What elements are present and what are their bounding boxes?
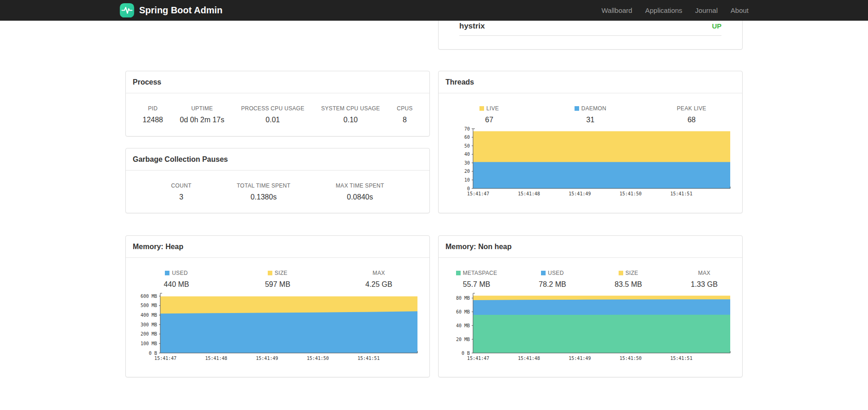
brand-title: Spring Boot Admin — [139, 5, 222, 16]
legend-label: USED — [126, 270, 227, 276]
legend-value: 67 — [439, 116, 540, 124]
svg-text:40: 40 — [464, 152, 470, 157]
svg-text:15:41:49: 15:41:49 — [256, 356, 278, 361]
legend-label-text: DAEMON — [581, 105, 606, 112]
content: hystrix UP Process PID 12488 UPTIME 0d 0… — [125, 0, 743, 410]
stat-pid: PID 12488 — [143, 105, 163, 124]
svg-text:200 MB: 200 MB — [141, 331, 157, 336]
svg-text:15:41:50: 15:41:50 — [620, 191, 642, 196]
svg-text:20: 20 — [464, 169, 470, 174]
legend-value: 440 MB — [126, 280, 227, 289]
stat-value: 3 — [171, 193, 192, 201]
legend-label: MAX — [666, 270, 742, 276]
legend-item-used: USED 440 MB — [126, 270, 227, 289]
svg-text:0 B: 0 B — [149, 351, 157, 356]
legend-label-text: USED — [172, 270, 188, 276]
gc-panel-body: COUNT 3 TOTAL TIME SPENT 0.1380s MAX TIM… — [126, 171, 429, 201]
gc-panel-title: Garbage Collection Pauses — [126, 148, 429, 171]
stat-process-cpu-usage: PROCESS CPU USAGE 0.01 — [241, 105, 304, 124]
legend-value: 83.5 MB — [591, 280, 666, 289]
legend-label-text: PEAK LIVE — [677, 105, 706, 112]
memory-nonheap-chart: 0 B20 MB40 MB60 MB80 MB15:41:4715:41:481… — [447, 291, 734, 361]
legend-label-text: MAX — [698, 270, 710, 276]
stat-value: 0.1380s — [237, 193, 290, 201]
legend-label: METASPACE — [439, 270, 514, 276]
legend-label: PEAK LIVE — [641, 105, 742, 112]
svg-text:15:41:49: 15:41:49 — [569, 356, 591, 361]
memory-nonheap-panel-body: METASPACE 55.7 MB USED 78.2 MB SIZE 83.5… — [439, 258, 742, 361]
metaspace-series-swatch-icon — [456, 271, 461, 275]
svg-text:15:41:50: 15:41:50 — [620, 356, 642, 361]
legend-item-size: SIZE 83.5 MB — [591, 270, 666, 289]
page: Spring Boot Admin Wallboard Applications… — [0, 0, 868, 410]
svg-text:500 MB: 500 MB — [141, 303, 157, 308]
memory-heap-chart: 0 B100 MB200 MB300 MB400 MB500 MB600 MB1… — [134, 291, 421, 361]
stat-label: MAX TIME SPENT — [336, 182, 384, 189]
nav-applications[interactable]: Applications — [645, 6, 682, 14]
memory-nonheap-panel: Memory: Non heap METASPACE 55.7 MB USED … — [438, 235, 743, 377]
stat-label: UPTIME — [180, 105, 225, 112]
legend-label: SIZE — [227, 270, 328, 276]
svg-text:60: 60 — [464, 135, 470, 140]
legend-item-max: MAX 4.25 GB — [328, 270, 429, 289]
navbar: Spring Boot Admin Wallboard Applications… — [0, 0, 868, 21]
legend-value: 78.2 MB — [514, 280, 590, 289]
svg-text:30: 30 — [464, 160, 470, 165]
used-series-swatch-icon — [541, 271, 546, 275]
stat-gc-max-time: MAX TIME SPENT 0.0840s — [336, 182, 384, 201]
process-panel-body: PID 12488 UPTIME 0d 0h 2m 17s PROCESS CP… — [126, 93, 429, 124]
svg-text:100 MB: 100 MB — [141, 341, 157, 346]
svg-text:600 MB: 600 MB — [141, 294, 157, 299]
health-status-badge: UP — [712, 22, 721, 30]
legend-value: 31 — [540, 116, 641, 124]
daemon-series-swatch-icon — [575, 106, 579, 111]
legend-item-size: SIZE 597 MB — [227, 270, 328, 289]
svg-text:15:41:48: 15:41:48 — [205, 356, 227, 361]
process-panel-title: Process — [126, 71, 429, 93]
svg-text:15:41:51: 15:41:51 — [671, 356, 693, 361]
memory-nonheap-panel-title: Memory: Non heap — [439, 236, 742, 258]
svg-text:15:41:49: 15:41:49 — [569, 191, 591, 196]
svg-text:15:41:47: 15:41:47 — [467, 356, 489, 361]
legend-label-text: MAX — [372, 270, 385, 276]
nav-wallboard[interactable]: Wallboard — [602, 6, 632, 14]
stat-label: SYSTEM CPU USAGE — [321, 105, 380, 112]
size-series-swatch-icon — [619, 271, 623, 275]
svg-text:300 MB: 300 MB — [141, 322, 157, 327]
legend-label-text: SIZE — [275, 270, 287, 276]
memory-heap-panel: Memory: Heap USED 440 MB SIZE 597 MB MAX… — [125, 235, 430, 377]
svg-text:15:41:50: 15:41:50 — [307, 356, 329, 361]
svg-text:15:41:47: 15:41:47 — [154, 356, 176, 361]
stat-system-cpu-usage: SYSTEM CPU USAGE 0.10 — [321, 105, 380, 124]
legend-label-text: SIZE — [626, 270, 638, 276]
brand[interactable]: Spring Boot Admin — [119, 3, 222, 18]
stat-cpus: CPUS 8 — [397, 105, 413, 124]
legend-label-text: METASPACE — [463, 270, 497, 276]
legend-label: MAX — [328, 270, 429, 276]
health-item-name: hystrix — [459, 22, 485, 31]
memory-heap-panel-body: USED 440 MB SIZE 597 MB MAX 4.25 GB 0 B1… — [126, 258, 429, 361]
stat-label: CPUS — [397, 105, 413, 112]
spring-boot-admin-logo-icon — [119, 3, 135, 18]
stat-gc-count: COUNT 3 — [171, 182, 192, 201]
svg-text:15:41:47: 15:41:47 — [467, 191, 489, 196]
svg-text:80 MB: 80 MB — [456, 296, 470, 301]
used-series-swatch-icon — [165, 271, 169, 275]
threads-panel: Threads LIVE 67 DAEMON 31 PEAK LIVE 68 — [438, 71, 743, 213]
svg-text:70: 70 — [464, 127, 470, 131]
nav-about[interactable]: About — [731, 6, 749, 14]
legend-value: 597 MB — [227, 280, 328, 289]
legend-label: LIVE — [439, 105, 540, 112]
svg-text:15:41:48: 15:41:48 — [518, 356, 540, 361]
gc-stats: COUNT 3 TOTAL TIME SPENT 0.1380s MAX TIM… — [126, 171, 429, 201]
legend-item-used: USED 78.2 MB — [514, 270, 590, 289]
legend-item-max: MAX 1.33 GB — [666, 270, 742, 289]
stat-uptime: UPTIME 0d 0h 2m 17s — [180, 105, 225, 124]
svg-text:15:41:48: 15:41:48 — [518, 191, 540, 196]
size-series-swatch-icon — [268, 271, 272, 275]
nav-journal[interactable]: Journal — [695, 6, 718, 14]
legend-item-live: LIVE 67 — [439, 105, 540, 124]
svg-text:20 MB: 20 MB — [456, 337, 470, 342]
legend-item-metaspace: METASPACE 55.7 MB — [439, 270, 514, 289]
stat-value: 8 — [397, 116, 413, 124]
